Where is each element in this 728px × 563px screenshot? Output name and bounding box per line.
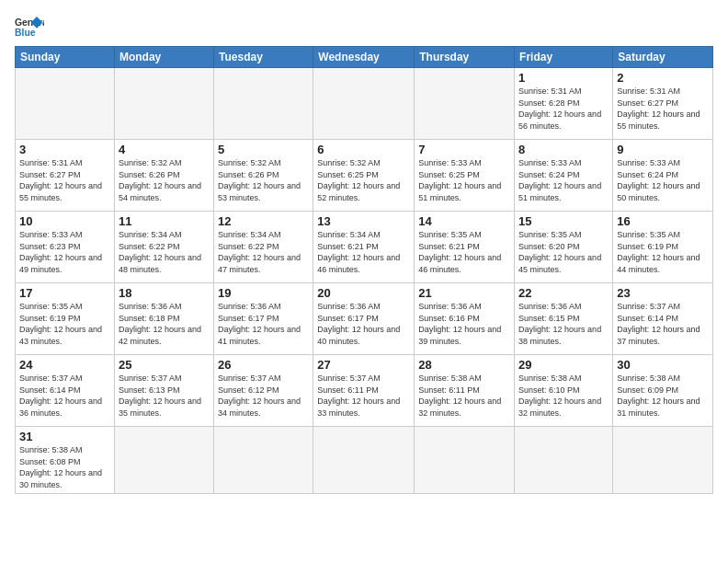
- header: General Blue: [15, 11, 713, 40]
- day-number: 13: [317, 214, 410, 228]
- calendar-cell: 18Sunrise: 5:36 AM Sunset: 6:18 PM Dayli…: [114, 283, 213, 355]
- header-monday: Monday: [114, 47, 213, 68]
- calendar-cell: 31Sunrise: 5:38 AM Sunset: 6:08 PM Dayli…: [16, 427, 115, 494]
- calendar-cell: [214, 427, 313, 494]
- day-info: Sunrise: 5:37 AM Sunset: 6:11 PM Dayligh…: [317, 373, 410, 419]
- calendar-cell: [313, 427, 415, 494]
- day-info: Sunrise: 5:35 AM Sunset: 6:19 PM Dayligh…: [617, 229, 709, 275]
- day-info: Sunrise: 5:36 AM Sunset: 6:15 PM Dayligh…: [518, 301, 609, 347]
- calendar-cell: 25Sunrise: 5:37 AM Sunset: 6:13 PM Dayli…: [114, 355, 213, 427]
- day-number: 22: [518, 286, 609, 300]
- calendar-cell: 21Sunrise: 5:36 AM Sunset: 6:16 PM Dayli…: [415, 283, 515, 355]
- calendar-cell: 30Sunrise: 5:38 AM Sunset: 6:09 PM Dayli…: [613, 355, 713, 427]
- calendar-cell: [16, 68, 115, 140]
- day-number: 24: [19, 358, 110, 372]
- day-number: 23: [617, 286, 709, 300]
- day-info: Sunrise: 5:37 AM Sunset: 6:12 PM Dayligh…: [218, 373, 309, 419]
- calendar-cell: 19Sunrise: 5:36 AM Sunset: 6:17 PM Dayli…: [214, 283, 313, 355]
- day-number: 20: [317, 286, 410, 300]
- calendar: SundayMondayTuesdayWednesdayThursdayFrid…: [15, 46, 713, 494]
- day-number: 16: [617, 214, 709, 228]
- day-number: 11: [119, 214, 210, 228]
- day-number: 25: [119, 358, 210, 372]
- calendar-week-2: 10Sunrise: 5:33 AM Sunset: 6:23 PM Dayli…: [16, 212, 713, 283]
- calendar-cell: [515, 427, 613, 494]
- calendar-cell: [114, 427, 213, 494]
- calendar-cell: 26Sunrise: 5:37 AM Sunset: 6:12 PM Dayli…: [214, 355, 313, 427]
- calendar-cell: 28Sunrise: 5:38 AM Sunset: 6:11 PM Dayli…: [415, 355, 515, 427]
- calendar-cell: [415, 68, 515, 140]
- day-number: 5: [218, 143, 309, 156]
- header-sunday: Sunday: [16, 47, 115, 68]
- header-tuesday: Tuesday: [214, 47, 313, 68]
- header-saturday: Saturday: [613, 47, 713, 68]
- calendar-cell: 29Sunrise: 5:38 AM Sunset: 6:10 PM Dayli…: [515, 355, 613, 427]
- day-number: 12: [218, 214, 309, 228]
- calendar-cell: 3Sunrise: 5:31 AM Sunset: 6:27 PM Daylig…: [16, 140, 115, 212]
- calendar-cell: 16Sunrise: 5:35 AM Sunset: 6:19 PM Dayli…: [613, 212, 713, 283]
- day-number: 7: [418, 143, 510, 156]
- calendar-week-1: 3Sunrise: 5:31 AM Sunset: 6:27 PM Daylig…: [16, 140, 713, 212]
- day-info: Sunrise: 5:31 AM Sunset: 6:27 PM Dayligh…: [617, 86, 709, 132]
- day-info: Sunrise: 5:35 AM Sunset: 6:20 PM Dayligh…: [518, 229, 609, 275]
- day-number: 19: [218, 286, 309, 300]
- day-number: 30: [617, 358, 709, 372]
- day-number: 6: [317, 143, 410, 156]
- calendar-cell: 11Sunrise: 5:34 AM Sunset: 6:22 PM Dayli…: [114, 212, 213, 283]
- header-friday: Friday: [515, 47, 613, 68]
- day-number: 21: [418, 286, 510, 300]
- day-number: 29: [518, 358, 609, 372]
- calendar-cell: 1Sunrise: 5:31 AM Sunset: 6:28 PM Daylig…: [515, 68, 613, 140]
- calendar-header-row: SundayMondayTuesdayWednesdayThursdayFrid…: [16, 47, 713, 68]
- calendar-cell: 14Sunrise: 5:35 AM Sunset: 6:21 PM Dayli…: [415, 212, 515, 283]
- day-number: 8: [518, 143, 609, 156]
- day-number: 31: [19, 430, 110, 443]
- day-number: 27: [317, 358, 410, 372]
- calendar-cell: 10Sunrise: 5:33 AM Sunset: 6:23 PM Dayli…: [16, 212, 115, 283]
- calendar-cell: 24Sunrise: 5:37 AM Sunset: 6:14 PM Dayli…: [16, 355, 115, 427]
- day-info: Sunrise: 5:37 AM Sunset: 6:13 PM Dayligh…: [119, 373, 210, 419]
- day-info: Sunrise: 5:36 AM Sunset: 6:18 PM Dayligh…: [119, 301, 210, 347]
- day-info: Sunrise: 5:32 AM Sunset: 6:25 PM Dayligh…: [317, 157, 410, 203]
- calendar-cell: 13Sunrise: 5:34 AM Sunset: 6:21 PM Dayli…: [313, 212, 415, 283]
- day-info: Sunrise: 5:35 AM Sunset: 6:19 PM Dayligh…: [19, 301, 110, 347]
- day-info: Sunrise: 5:38 AM Sunset: 6:09 PM Dayligh…: [617, 373, 709, 419]
- day-info: Sunrise: 5:38 AM Sunset: 6:11 PM Dayligh…: [418, 373, 510, 419]
- day-info: Sunrise: 5:34 AM Sunset: 6:22 PM Dayligh…: [119, 229, 210, 275]
- calendar-cell: 20Sunrise: 5:36 AM Sunset: 6:17 PM Dayli…: [313, 283, 415, 355]
- day-info: Sunrise: 5:37 AM Sunset: 6:14 PM Dayligh…: [617, 301, 709, 347]
- calendar-cell: 5Sunrise: 5:32 AM Sunset: 6:26 PM Daylig…: [214, 140, 313, 212]
- day-info: Sunrise: 5:36 AM Sunset: 6:17 PM Dayligh…: [218, 301, 309, 347]
- calendar-week-3: 17Sunrise: 5:35 AM Sunset: 6:19 PM Dayli…: [16, 283, 713, 355]
- day-info: Sunrise: 5:33 AM Sunset: 6:23 PM Dayligh…: [19, 229, 110, 275]
- day-info: Sunrise: 5:32 AM Sunset: 6:26 PM Dayligh…: [218, 157, 309, 203]
- calendar-cell: 12Sunrise: 5:34 AM Sunset: 6:22 PM Dayli…: [214, 212, 313, 283]
- header-wednesday: Wednesday: [313, 47, 415, 68]
- day-info: Sunrise: 5:38 AM Sunset: 6:10 PM Dayligh…: [518, 373, 609, 419]
- day-number: 28: [418, 358, 510, 372]
- day-info: Sunrise: 5:38 AM Sunset: 6:08 PM Dayligh…: [19, 444, 110, 490]
- day-number: 17: [19, 286, 110, 300]
- calendar-cell: 22Sunrise: 5:36 AM Sunset: 6:15 PM Dayli…: [515, 283, 613, 355]
- calendar-cell: [214, 68, 313, 140]
- calendar-cell: 17Sunrise: 5:35 AM Sunset: 6:19 PM Dayli…: [16, 283, 115, 355]
- day-number: 10: [19, 214, 110, 228]
- day-number: 14: [418, 214, 510, 228]
- day-info: Sunrise: 5:35 AM Sunset: 6:21 PM Dayligh…: [418, 229, 510, 275]
- day-number: 9: [617, 143, 709, 156]
- day-number: 18: [119, 286, 210, 300]
- day-info: Sunrise: 5:31 AM Sunset: 6:27 PM Dayligh…: [19, 157, 110, 203]
- day-info: Sunrise: 5:36 AM Sunset: 6:16 PM Dayligh…: [418, 301, 510, 347]
- calendar-cell: 27Sunrise: 5:37 AM Sunset: 6:11 PM Dayli…: [313, 355, 415, 427]
- day-info: Sunrise: 5:33 AM Sunset: 6:24 PM Dayligh…: [518, 157, 609, 203]
- svg-text:Blue: Blue: [15, 28, 36, 38]
- calendar-week-4: 24Sunrise: 5:37 AM Sunset: 6:14 PM Dayli…: [16, 355, 713, 427]
- day-info: Sunrise: 5:33 AM Sunset: 6:25 PM Dayligh…: [418, 157, 510, 203]
- day-info: Sunrise: 5:34 AM Sunset: 6:22 PM Dayligh…: [218, 229, 309, 275]
- calendar-cell: 4Sunrise: 5:32 AM Sunset: 6:26 PM Daylig…: [114, 140, 213, 212]
- logo: General Blue: [15, 15, 44, 40]
- logo-icon: General Blue: [15, 15, 44, 40]
- day-number: 2: [617, 71, 709, 85]
- calendar-cell: [114, 68, 213, 140]
- day-info: Sunrise: 5:37 AM Sunset: 6:14 PM Dayligh…: [19, 373, 110, 419]
